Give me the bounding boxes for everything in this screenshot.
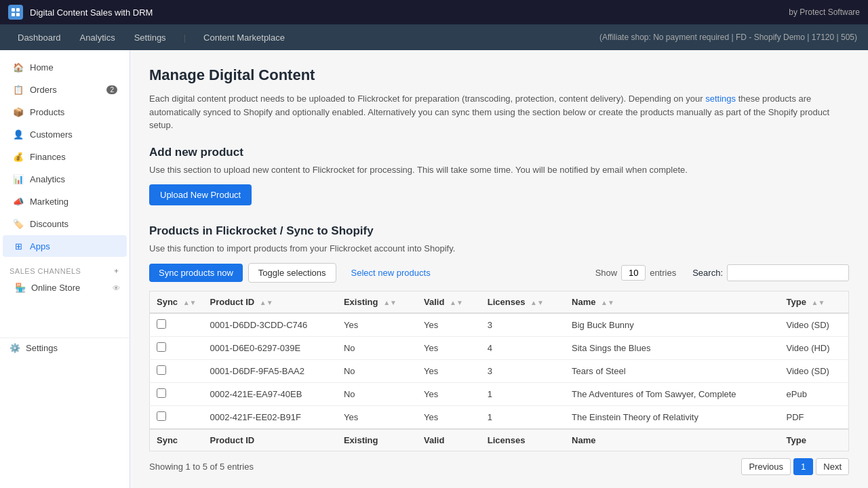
col-name[interactable]: Name ▲▼ <box>565 291 779 313</box>
prev-page-button[interactable]: Previous <box>741 458 791 475</box>
apps-icon: ⊞ <box>12 240 24 252</box>
sidebar-item-finances[interactable]: 💰 Finances <box>3 146 127 167</box>
row-licenses: 3 <box>481 359 565 382</box>
add-product-desc: Use this section to upload new content t… <box>149 165 849 175</box>
col-type[interactable]: Type ▲▼ <box>780 291 849 313</box>
finances-icon: 💰 <box>12 150 24 163</box>
top-bar-right: by Protect Software <box>789 7 860 17</box>
row-existing: No <box>337 359 417 382</box>
sidebar-item-discounts[interactable]: 🏷️ Discounts <box>3 213 127 235</box>
showing-text: Showing 1 to 5 of 5 entries <box>149 462 254 472</box>
sidebar-label-products: Products <box>30 107 64 117</box>
col-existing[interactable]: Existing ▲▼ <box>337 291 417 313</box>
row-valid: Yes <box>417 336 481 359</box>
row-sync-cell <box>150 313 203 337</box>
logo-icon <box>11 7 20 17</box>
products-sync-title: Products in Flickrocket / Sync to Shopif… <box>149 224 849 238</box>
home-icon: 🏠 <box>12 61 24 73</box>
products-sync-desc: Use this function to import products fro… <box>149 243 849 253</box>
row-sync-cell <box>150 359 203 382</box>
settings-label: Settings <box>26 343 58 353</box>
row-name: The Einstein Theory of Relativity <box>565 405 779 429</box>
discounts-icon: 🏷️ <box>12 218 24 230</box>
products-icon: 📦 <box>12 106 24 118</box>
row-checkbox-3[interactable] <box>157 388 166 398</box>
show-entries-input[interactable] <box>621 265 646 281</box>
nav-settings[interactable]: Settings <box>127 28 173 47</box>
nav-bar: Dashboard Analytics Settings | Content M… <box>0 24 868 50</box>
sidebar-item-products[interactable]: 📦 Products <box>3 101 127 123</box>
sidebar-item-online-store[interactable]: 🏪 Online Store 👁 <box>0 279 130 297</box>
row-name: Big Buck Bunny <box>565 313 779 337</box>
select-new-products-button[interactable]: Select new products <box>342 264 440 282</box>
sidebar-item-analytics[interactable]: 📊 Analytics <box>3 168 127 190</box>
row-sync-cell <box>150 336 203 359</box>
row-name: The Adventures of Tom Sawyer, Complete <box>565 382 779 405</box>
toggle-selections-button[interactable]: Toggle selections <box>248 263 336 283</box>
row-product-id: 0001-D6DD-3CDD-C746 <box>203 313 337 337</box>
table-controls: Sync products now Toggle selections Sele… <box>149 263 849 283</box>
online-store-label: Online Store <box>31 283 80 293</box>
page-description: Each digital content product needs to be… <box>149 92 849 132</box>
sidebar-label-apps: Apps <box>30 241 50 251</box>
marketing-icon: 📣 <box>12 195 24 207</box>
orders-icon: 📋 <box>12 83 24 96</box>
page-1-button[interactable]: 1 <box>793 458 813 475</box>
search-label: Search: <box>692 268 723 278</box>
row-valid: Yes <box>417 313 481 337</box>
upload-new-product-button[interactable]: Upload New Product <box>149 184 252 205</box>
row-checkbox-2[interactable] <box>157 365 166 375</box>
row-checkbox-1[interactable] <box>157 342 166 352</box>
footer-col-sync: Sync <box>150 429 203 451</box>
nav-analytics[interactable]: Analytics <box>73 28 122 47</box>
sidebar-item-home[interactable]: 🏠 Home <box>3 56 127 78</box>
table-row: 0001-D6DD-3CDD-C746 Yes Yes 3 Big Buck B… <box>150 313 849 337</box>
sync-products-button[interactable]: Sync products now <box>149 264 243 282</box>
row-valid: Yes <box>417 359 481 382</box>
sidebar: 🏠 Home 📋 Orders 2 📦 Products 👤 Customers… <box>0 50 130 488</box>
col-valid[interactable]: Valid ▲▼ <box>417 291 481 313</box>
next-page-button[interactable]: Next <box>816 458 849 475</box>
app-title: Digital Content Sales with DRM <box>30 7 789 18</box>
row-type: Video (HD) <box>780 336 849 359</box>
col-product-id[interactable]: Product ID ▲▼ <box>203 291 337 313</box>
sidebar-item-settings[interactable]: ⚙️ Settings <box>0 338 130 358</box>
table-footer: Showing 1 to 5 of 5 entries Previous 1 N… <box>149 458 849 475</box>
sidebar-item-orders[interactable]: 📋 Orders 2 <box>3 79 127 100</box>
row-type: ePub <box>780 382 849 405</box>
sidebar-label-home: Home <box>30 62 54 73</box>
col-licenses[interactable]: Licenses ▲▼ <box>481 291 565 313</box>
nav-dashboard[interactable]: Dashboard <box>11 28 68 47</box>
sidebar-item-customers[interactable]: 👤 Customers <box>3 123 127 145</box>
table-row: 0001-D6DF-9FA5-BAA2 No Yes 3 Tears of St… <box>150 359 849 382</box>
table-row: 0002-421F-EE02-B91F Yes Yes 1 The Einste… <box>150 405 849 429</box>
col-sync[interactable]: Sync ▲▼ <box>150 291 203 313</box>
row-checkbox-4[interactable] <box>157 411 166 421</box>
footer-col-valid: Valid <box>417 429 481 451</box>
show-label: Show <box>595 268 618 278</box>
sales-channels-label: Sales channels <box>9 267 81 275</box>
app-logo <box>8 5 23 20</box>
table-header-row: Sync ▲▼ Product ID ▲▼ Existing ▲▼ Valid … <box>150 291 849 313</box>
add-sales-channel-icon[interactable]: ＋ <box>113 266 121 276</box>
nav-marketplace[interactable]: Content Marketplace <box>197 28 292 47</box>
page-desc-text: Each digital content product needs to be… <box>149 94 705 104</box>
table-row: 0001-D6E0-6297-039E No Yes 4 Sita Sings … <box>150 336 849 359</box>
settings-icon: ⚙️ <box>9 343 20 353</box>
svg-rect-0 <box>12 8 15 12</box>
sidebar-label-finances: Finances <box>30 152 66 162</box>
sidebar-item-apps[interactable]: ⊞ Apps <box>3 235 127 257</box>
row-type: Video (SD) <box>780 359 849 382</box>
row-valid: Yes <box>417 405 481 429</box>
flickrocket-products-section: Products in Flickrocket / Sync to Shopif… <box>149 224 849 475</box>
sidebar-item-marketing[interactable]: 📣 Marketing <box>3 190 127 212</box>
footer-col-type: Type <box>780 429 849 451</box>
settings-link[interactable]: settings <box>705 94 736 104</box>
row-existing: No <box>337 336 417 359</box>
row-product-id: 0001-D6DF-9FA5-BAA2 <box>203 359 337 382</box>
row-checkbox-0[interactable] <box>157 319 166 329</box>
row-licenses: 3 <box>481 313 565 337</box>
nav-affiliate-info: (Affiliate shop: No payment required | F… <box>599 33 857 42</box>
sidebar-label-analytics: Analytics <box>30 174 65 184</box>
search-input[interactable] <box>727 264 849 281</box>
